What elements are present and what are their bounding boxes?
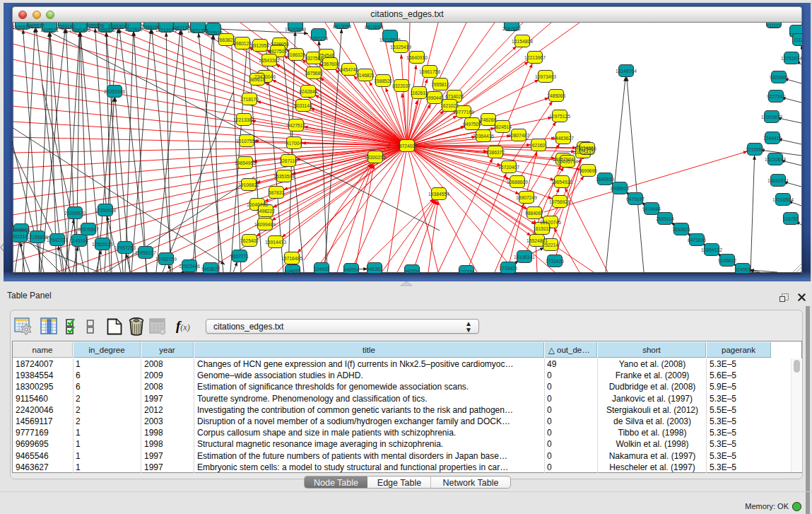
svg-text:16107554: 16107554 [236, 139, 257, 144]
svg-text:3875685: 3875685 [305, 71, 323, 76]
svg-text:9699695: 9699695 [579, 168, 597, 173]
svg-text:9463627: 9463627 [201, 267, 220, 271]
svg-text:5498222: 5498222 [257, 209, 275, 214]
svg-text:946554: 946554 [404, 269, 420, 274]
svg-text:10807487: 10807487 [508, 133, 529, 138]
svg-text:16543382: 16543382 [259, 58, 280, 63]
svg-text:10782759: 10782759 [155, 257, 177, 262]
svg-text:16495794: 16495794 [557, 159, 578, 164]
svg-text:12213383: 12213383 [233, 117, 254, 122]
svg-text:946554: 946554 [343, 267, 360, 272]
svg-text:7632621: 7632621 [672, 227, 690, 232]
svg-text:9474444: 9474444 [642, 206, 661, 211]
svg-text:3824514: 3824514 [493, 124, 512, 129]
svg-text:12156859: 12156859 [27, 235, 48, 240]
svg-text:20053346: 20053346 [104, 89, 125, 94]
svg-text:10688609: 10688609 [507, 180, 528, 185]
svg-text:19106822: 19106822 [238, 182, 259, 187]
svg-text:946362: 946362 [367, 267, 383, 271]
svg-text:3960124: 3960124 [233, 41, 252, 46]
svg-text:587833: 587833 [269, 190, 285, 195]
svg-text:1145194: 1145194 [70, 238, 88, 243]
svg-text:924561: 924561 [735, 267, 751, 272]
svg-text:2367608: 2367608 [321, 62, 339, 66]
svg-text:124933: 124933 [314, 267, 330, 271]
svg-text:16210643: 16210643 [765, 157, 786, 162]
svg-text:989618: 989618 [249, 77, 266, 82]
svg-text:3267110: 3267110 [279, 158, 298, 163]
svg-text:1527602: 1527602 [124, 27, 143, 32]
svg-text:8186328: 8186328 [287, 52, 305, 57]
svg-text:746266: 746266 [481, 117, 497, 122]
svg-text:9115460: 9115460 [578, 146, 596, 151]
svg-text:10654122: 10654122 [701, 247, 722, 252]
svg-text:8031144: 8031144 [294, 103, 312, 108]
svg-text:6479197: 6479197 [626, 197, 645, 201]
svg-text:12505135: 12505135 [92, 242, 113, 247]
svg-text:7485063: 7485063 [547, 93, 565, 98]
svg-text:2935114: 2935114 [656, 216, 674, 221]
svg-text:9427512: 9427512 [287, 123, 305, 128]
svg-text:1588520: 1588520 [374, 78, 392, 83]
svg-text:754546: 754546 [319, 53, 335, 58]
svg-text:8322037: 8322037 [392, 83, 411, 88]
svg-text:20691406: 20691406 [69, 28, 90, 33]
svg-text:18300295: 18300295 [365, 155, 386, 160]
svg-text:2087682: 2087682 [502, 26, 521, 31]
svg-text:9146821: 9146821 [356, 73, 375, 78]
svg-text:7955812: 7955812 [431, 82, 449, 87]
svg-text:116753: 116753 [783, 216, 799, 221]
svg-text:20206570: 20206570 [64, 211, 86, 216]
svg-text:9242848: 9242848 [299, 89, 317, 94]
svg-text:15692971: 15692971 [767, 178, 789, 183]
svg-text:19654955: 19654955 [235, 160, 256, 165]
svg-text:15640910: 15640910 [406, 55, 428, 60]
svg-text:8938913: 8938913 [611, 186, 629, 191]
svg-text:19777169: 19777169 [453, 110, 474, 115]
svg-text:17359938: 17359938 [95, 208, 116, 213]
svg-text:18907249: 18907249 [516, 195, 537, 200]
svg-text:16148764: 16148764 [616, 69, 637, 74]
svg-text:16914473: 16914473 [265, 240, 286, 245]
svg-text:1835001: 1835001 [12, 228, 30, 233]
svg-text:1640935: 1640935 [596, 177, 614, 182]
svg-text:3215958: 3215958 [746, 147, 764, 152]
svg-text:20364436: 20364436 [473, 134, 494, 139]
svg-text:127334: 127334 [459, 269, 475, 274]
svg-text:9884067: 9884067 [525, 211, 543, 216]
svg-text:8813054: 8813054 [333, 24, 351, 29]
svg-text:15353594: 15353594 [273, 174, 295, 179]
svg-text:9245612: 9245612 [718, 258, 736, 263]
svg-text:8471636: 8471636 [688, 238, 706, 243]
svg-text:5226058: 5226058 [271, 42, 289, 47]
svg-text:19654923: 19654923 [551, 180, 572, 185]
svg-text:16033809: 16033809 [285, 27, 306, 32]
svg-text:111111: 111111 [767, 23, 781, 28]
svg-text:10958107: 10958107 [135, 250, 156, 255]
svg-text:7625402: 7625402 [240, 238, 259, 243]
svg-text:9657771: 9657771 [230, 254, 249, 259]
svg-text:15720407: 15720407 [498, 165, 519, 170]
svg-text:9329966: 9329966 [770, 75, 788, 80]
svg-text:10046708: 10046708 [247, 202, 268, 207]
svg-text:14463627: 14463627 [553, 136, 574, 141]
svg-text:1733426: 1733426 [499, 266, 517, 271]
svg-text:15325419: 15325419 [390, 45, 411, 49]
svg-text:16154808: 16154808 [512, 39, 533, 44]
svg-text:17016504: 17016504 [772, 197, 794, 202]
svg-text:1615112: 1615112 [533, 226, 551, 231]
svg-text:12975125: 12975125 [549, 114, 570, 119]
svg-text:417004: 417004 [286, 141, 302, 146]
svg-text:1244415: 1244415 [763, 136, 782, 141]
svg-text:10973493: 10973493 [535, 74, 556, 79]
svg-text:62160: 62160 [532, 143, 546, 148]
svg-text:12093873: 12093873 [761, 115, 782, 119]
svg-text:1990443: 1990443 [425, 95, 444, 100]
svg-text:19384554: 19384554 [428, 192, 449, 197]
svg-text:16961758: 16961758 [419, 69, 440, 74]
svg-text:17957253: 17957253 [114, 245, 136, 250]
svg-text:12923446: 12923446 [179, 264, 200, 269]
svg-text:90975887: 90975887 [78, 227, 99, 232]
svg-text:19756928: 19756928 [549, 199, 570, 204]
svg-text:16120746: 16120746 [540, 220, 561, 225]
